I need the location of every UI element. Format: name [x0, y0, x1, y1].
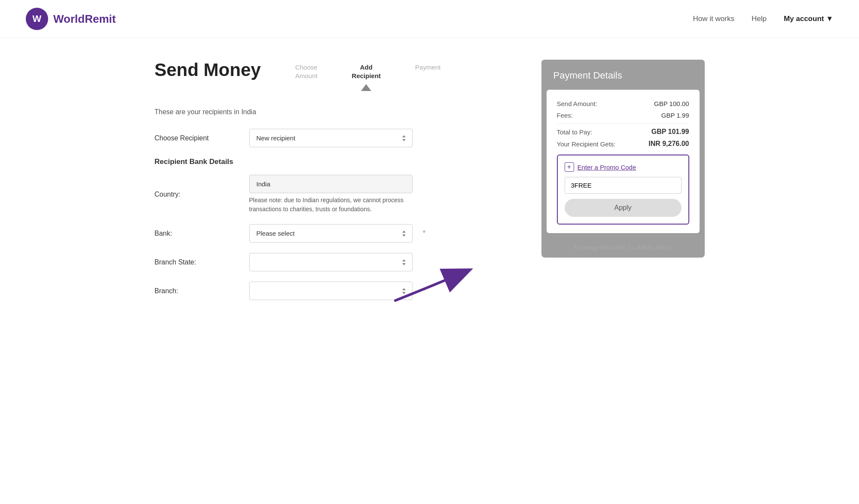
page-title: Send Money: [155, 60, 261, 80]
main-content: Send Money ChooseAmount AddRecipient Pay…: [129, 38, 731, 332]
left-section: Send Money ChooseAmount AddRecipient Pay…: [155, 60, 524, 310]
payment-details-body: Send Amount: GBP 100.00 Fees: GBP 1.99 T…: [547, 90, 700, 233]
bank-required-star: *: [423, 229, 426, 238]
country-field-group: Please note: due to Indian regulations, …: [249, 175, 421, 214]
promo-code-input[interactable]: [565, 177, 682, 194]
step-choose-amount-label: ChooseAmount: [295, 63, 318, 80]
main-nav: How it works Help My account ▼: [693, 15, 833, 23]
bank-label: Bank:: [155, 230, 241, 237]
country-input: [249, 175, 413, 193]
payment-details-title: Payment Details: [553, 70, 622, 81]
divider-1: [557, 123, 689, 124]
exchange-rate: Exchange Rate GBP 1 = INR 92.76273: [541, 238, 705, 258]
payment-row-fees: Fees: GBP 1.99: [557, 112, 689, 119]
choose-recipient-row: Choose Recipient New recipient: [155, 129, 524, 147]
branch-label: Branch:: [155, 287, 241, 295]
branch-state-label: Branch State:: [155, 258, 241, 266]
payment-details-card: Payment Details Send Amount: GBP 100.00 …: [541, 60, 705, 258]
branch-select[interactable]: [249, 282, 413, 300]
recipient-select[interactable]: New recipient: [249, 129, 413, 147]
branch-required-star: *: [423, 286, 426, 295]
right-panel: Payment Details Send Amount: GBP 100.00 …: [541, 60, 705, 310]
page-subtitle: These are your recipients in India: [155, 108, 524, 116]
help-link[interactable]: Help: [752, 15, 767, 23]
step-add-recipient: AddRecipient: [352, 63, 381, 91]
total-value: GBP 101.99: [651, 128, 689, 136]
send-amount-label: Send Amount:: [557, 100, 597, 107]
bank-select[interactable]: Please select: [249, 224, 413, 243]
step-add-recipient-label: AddRecipient: [352, 63, 381, 80]
logo-text: WorldRemit: [53, 12, 116, 26]
promo-plus-icon: +: [565, 162, 574, 172]
promo-label[interactable]: Enter a Promo Code: [578, 164, 636, 171]
payment-row-recipient-gets: Your Recipient Gets: INR 9,276.00: [557, 140, 689, 148]
bank-row: Bank: Please select *: [155, 224, 524, 243]
payment-row-send-amount: Send Amount: GBP 100.00: [557, 100, 689, 107]
logo-area: W WorldRemit: [26, 8, 116, 30]
promo-section: + Enter a Promo Code Apply: [557, 155, 689, 225]
promo-header: + Enter a Promo Code: [565, 162, 682, 172]
apply-button[interactable]: Apply: [565, 199, 682, 217]
step-choose-amount: ChooseAmount: [295, 63, 318, 80]
my-account-link[interactable]: My account ▼: [784, 15, 833, 23]
step-payment-label: Payment: [415, 63, 440, 72]
title-stepper: Send Money ChooseAmount AddRecipient Pay…: [155, 60, 524, 91]
stepper: ChooseAmount AddRecipient Payment: [295, 63, 440, 91]
total-label: Total to Pay:: [557, 128, 593, 136]
how-it-works-link[interactable]: How it works: [693, 15, 734, 23]
send-amount-value: GBP 100.00: [654, 100, 689, 107]
branch-state-row: Branch State:: [155, 253, 524, 271]
bank-details-heading-row: Recipient Bank Details: [155, 158, 524, 166]
fees-label: Fees:: [557, 112, 573, 119]
step-add-recipient-indicator: [361, 84, 371, 91]
fees-value: GBP 1.99: [661, 112, 689, 119]
country-row: Country: Please note: due to Indian regu…: [155, 175, 524, 214]
choose-recipient-label: Choose Recipient: [155, 134, 241, 142]
country-note: Please note: due to Indian regulations, …: [249, 196, 421, 214]
branch-row: Branch: *: [155, 282, 524, 300]
branch-state-select[interactable]: [249, 253, 413, 271]
site-header: W WorldRemit How it works Help My accoun…: [0, 0, 859, 38]
logo-icon: W: [26, 8, 48, 30]
payment-row-total: Total to Pay: GBP 101.99: [557, 128, 689, 136]
recipient-gets-label: Your Recipient Gets:: [557, 140, 616, 148]
payment-details-header: Payment Details: [541, 60, 705, 90]
step-payment: Payment: [415, 63, 440, 72]
country-label: Country:: [155, 191, 241, 198]
bank-details-heading: Recipient Bank Details: [155, 158, 241, 166]
recipient-gets-value: INR 9,276.00: [648, 140, 689, 148]
